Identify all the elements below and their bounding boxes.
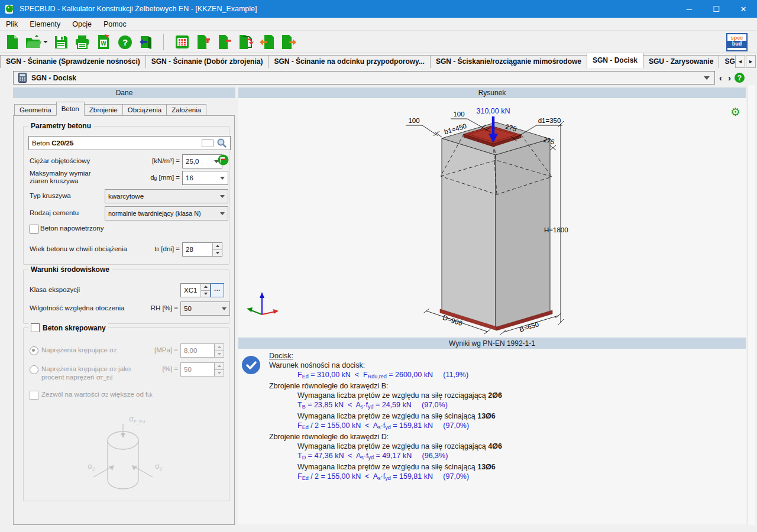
norm-source-icon[interactable]: [218, 154, 229, 166]
result-line: Wymagana liczba prętów ze względu na sił…: [238, 462, 746, 472]
allow-sigma-checkbox[interactable]: [30, 391, 38, 400]
result-line: Docisk:: [238, 351, 746, 361]
svg-text:σ2: σ2: [155, 462, 163, 472]
aggregate-type-combo[interactable]: kwarcytowe: [105, 189, 228, 203]
tab-sgn-ścinanie-na-odcinku-przypodporowy[interactable]: SGN - Ścinanie na odcinku przypodporowy.…: [268, 55, 430, 68]
export-word-button[interactable]: W: [95, 33, 112, 51]
element-grid-icon: [175, 35, 189, 49]
calculator-icon: [18, 73, 27, 83]
copy-element-icon: [238, 34, 254, 50]
exposure-more-button[interactable]: ···: [211, 283, 224, 297]
data-panel: Parametry betonu Beton C20/25 Ciężar obj…: [13, 115, 235, 525]
copy-element-button[interactable]: [237, 33, 255, 51]
axis-triad-icon: [250, 296, 276, 314]
tab-sgn-ściskanie-rozciąganie-mimośrodowe[interactable]: SGN - Ściskanie/rozciąganie mimośrodowe: [430, 55, 587, 68]
data-tab-obciążenia[interactable]: Obciążenia: [122, 104, 167, 116]
cement-type-label: Rodzaj cementu: [30, 209, 79, 216]
help-icon: ?: [118, 35, 132, 50]
menu-bar: PlikElementyOpcjePomoc: [0, 18, 757, 31]
result-line: Wymagana liczba prętów ze względu na sił…: [238, 442, 746, 451]
confined-concrete-label: Beton skrępowany: [43, 324, 106, 332]
confining-stress-radio[interactable]: [30, 346, 38, 355]
concrete-class-field[interactable]: Beton C20/25: [28, 136, 231, 150]
menu-elementy[interactable]: Elementy: [24, 18, 66, 31]
element-list-button[interactable]: [173, 33, 191, 51]
drawing-section-header: Rysunek: [238, 87, 746, 98]
confining-percent-spinner[interactable]: 50: [180, 362, 224, 377]
module-help-icon[interactable]: ?: [735, 73, 745, 83]
confining-stress-spinner[interactable]: 8,00: [180, 343, 224, 358]
confinement-diagram: σF_Ed σ2 σ2: [24, 399, 228, 497]
confined-concrete-checkbox[interactable]: [31, 323, 40, 332]
add-element-button[interactable]: [195, 33, 212, 51]
result-line: Wymagana liczba prętów ze względu na sił…: [238, 411, 746, 421]
exit-button[interactable]: [137, 33, 155, 51]
maximize-button[interactable]: ☐: [703, 0, 730, 18]
data-tab-zbrojenie[interactable]: Zbrojenie: [84, 104, 123, 116]
next-element-button[interactable]: [280, 33, 297, 51]
tab-sgn-ścinanie-sprawdzenie-nośności[interactable]: SGN - Ścinanie (Sprawdzenie nośności): [0, 55, 146, 68]
tab-scroll-right-button[interactable]: ►: [746, 55, 756, 68]
drawing-settings-gear-icon[interactable]: ⚙: [730, 106, 740, 118]
data-tab-beton[interactable]: Beton: [56, 102, 85, 116]
help-button[interactable]: ?: [116, 33, 134, 51]
tab-scroll-left-button[interactable]: ◄: [735, 55, 745, 68]
next-element-icon: [281, 34, 296, 50]
menu-opcje[interactable]: Opcje: [66, 18, 98, 31]
next-module-button[interactable]: ›: [728, 73, 731, 83]
new-file-button[interactable]: [4, 33, 21, 51]
previous-element-button[interactable]: [258, 33, 276, 51]
confining-percent-unit: [%] =: [130, 365, 178, 372]
new-file-icon: [5, 34, 20, 50]
menu-pomoc[interactable]: Pomoc: [98, 18, 132, 31]
tab-sgn-ścinanie-dobór-zbrojenia[interactable]: SGN - Ścinanie (Dobór zbrojenia): [145, 55, 269, 68]
cement-type-combo[interactable]: normalnie twardniejący (klasa N): [105, 206, 228, 220]
save-button[interactable]: [52, 33, 70, 51]
title-bar[interactable]: SPECBUD - Kalkulator Konstrukcji Żelbeto…: [0, 0, 757, 18]
exit-door-icon: [138, 35, 154, 49]
concrete-class-prefix: Beton: [32, 140, 50, 147]
unit-weight-combo[interactable]: 25,0: [182, 154, 222, 168]
previous-module-button[interactable]: ‹: [719, 73, 722, 83]
module-selector[interactable]: SGN - Docisk: [13, 71, 715, 85]
open-file-button[interactable]: [25, 33, 48, 51]
add-element-icon: [196, 34, 211, 50]
vertical-scrollbar[interactable]: [748, 85, 755, 525]
confining-percent-radio[interactable]: [30, 365, 38, 374]
exposure-class-spinner[interactable]: XC1: [180, 283, 211, 297]
result-line: FEd / 2 = 155,00 kN < As·fyd = 159,81 kN…: [238, 472, 746, 483]
toolbar-separator: [163, 34, 164, 50]
unit-weight-label: Ciężar objętościowy: [30, 157, 90, 164]
delete-element-button[interactable]: [216, 33, 234, 51]
data-tab-geometria[interactable]: Geometria: [14, 104, 57, 116]
result-line: Wymagana liczba prętów ze względu na sił…: [238, 391, 746, 400]
environment-group: Warunki środowiskowe Klasa ekspozycji XC…: [23, 270, 229, 324]
open-dropdown-caret[interactable]: [43, 41, 48, 43]
menu-plik[interactable]: Plik: [0, 18, 24, 31]
close-button[interactable]: ✕: [730, 0, 757, 18]
poland-flag-icon: [202, 140, 213, 147]
tab-sgu-zarysowanie[interactable]: SGU - Zarysowanie: [643, 55, 719, 68]
aggregate-size-unit: dg [mm] =: [112, 174, 180, 181]
air-entrained-checkbox[interactable]: [30, 225, 38, 233]
save-icon: [54, 35, 68, 49]
app-icon: [5, 4, 15, 14]
module-tabs: SGN - Ścinanie (Sprawdzenie nośności)SGN…: [0, 53, 738, 68]
tab-sgn-docisk[interactable]: SGN - Docisk: [587, 53, 643, 68]
humidity-combo[interactable]: 50: [180, 301, 230, 316]
result-line: Zbrojenie równoległe do krawędzi D:: [238, 432, 746, 442]
window-title: SPECBUD - Kalkulator Konstrukcji Żelbeto…: [20, 5, 257, 13]
concrete-age-label: Wiek betonu w chwili obciążenia: [30, 245, 127, 252]
dim-height: H=1800: [544, 226, 568, 233]
search-icon[interactable]: [216, 138, 227, 148]
result-line: FEd = 310,00 kN < FRdu,red = 2600,00 kN …: [238, 370, 746, 381]
tab-scroll-buttons: ◄ ►: [735, 55, 756, 68]
data-tab-założenia[interactable]: Założenia: [166, 104, 206, 116]
print-button[interactable]: [73, 33, 91, 51]
concrete-age-spinner[interactable]: 28: [182, 242, 222, 257]
result-line: TD = 47,36 kN < As·fyd = 49,17 kN (96,3%…: [238, 451, 746, 462]
data-header-label: Dane: [116, 89, 133, 97]
minimize-button[interactable]: ─: [675, 0, 703, 18]
aggregate-size-combo[interactable]: 16: [182, 171, 228, 185]
result-line: FEd / 2 = 155,00 kN < As·fyd = 159,81 kN…: [238, 421, 746, 432]
